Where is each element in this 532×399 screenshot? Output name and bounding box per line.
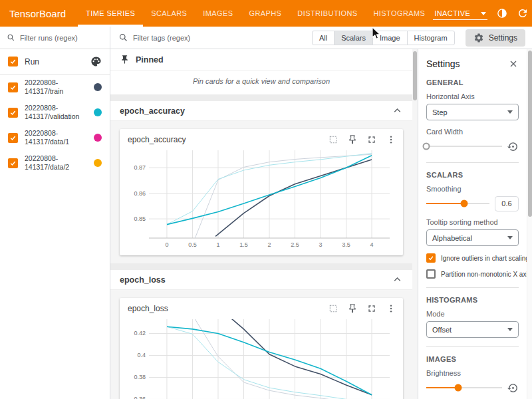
kebab-menu-icon[interactable]	[386, 303, 396, 314]
slider-thumb[interactable]	[461, 200, 468, 207]
run-row-data-1[interactable]: 20220808-141317/data/1	[0, 125, 110, 150]
tab-time-series[interactable]: TIME SERIES	[78, 0, 143, 27]
run-row-validation[interactable]: 20220808-141317/validation	[0, 100, 110, 125]
brightness-slider[interactable]	[426, 387, 502, 388]
run-checkbox[interactable]	[8, 133, 18, 143]
reset-icon[interactable]	[507, 141, 519, 152]
check-icon	[9, 109, 17, 116]
fullscreen-icon[interactable]	[366, 134, 377, 145]
refresh-icon[interactable]	[517, 7, 529, 19]
histogram-mode-select[interactable]: Offset	[426, 321, 519, 338]
filter-pill-histogram[interactable]: Histogram	[407, 31, 455, 45]
run-color-dot	[94, 134, 102, 142]
horizontal-axis-label: Horizontal Axis	[426, 92, 519, 100]
svg-text:2: 2	[267, 241, 271, 248]
filter-runs-row	[0, 27, 110, 49]
ignore-outliers-label: Ignore outliers in chart scaling	[441, 255, 527, 262]
general-section-label: GENERAL	[426, 78, 519, 86]
run-label: 20220808-141317/validation	[25, 104, 94, 121]
divider	[426, 287, 519, 288]
smoothing-label: Smoothing	[426, 185, 519, 193]
horizontal-axis-select[interactable]: Step	[426, 104, 519, 120]
run-row-train[interactable]: 20220808-141317/train	[0, 74, 110, 100]
slider-thumb[interactable]	[454, 384, 462, 392]
kebab-menu-icon[interactable]	[386, 134, 396, 145]
svg-text:0.36: 0.36	[134, 396, 146, 399]
run-checkbox[interactable]	[8, 158, 18, 168]
reload-status-dropdown[interactable]: INACTIVE	[433, 7, 487, 20]
select-all-runs-checkbox[interactable]	[8, 57, 18, 66]
pinned-hint-text: Pin cards for a quick view and compariso…	[110, 70, 412, 94]
partition-x-axis-checkbox[interactable]	[426, 269, 436, 279]
run-checkbox[interactable]	[8, 108, 18, 118]
filter-pill-image[interactable]: Image	[372, 31, 408, 45]
tab-distributions[interactable]: DISTRIBUTIONS	[289, 0, 365, 27]
epoch-accuracy-chart[interactable]: 00.511.522.533.540.850.860.87	[126, 146, 396, 251]
fit-selection-icon[interactable]	[328, 134, 338, 145]
filter-tags-input[interactable]	[133, 34, 266, 42]
chevron-up-icon[interactable]	[392, 274, 403, 285]
section-body: epoch_loss 00.511.522.533.540.360.380.40…	[110, 290, 412, 399]
settings-panel: Settings GENERAL Horizontal Axis Step Ca…	[418, 49, 527, 399]
pin-icon[interactable]	[347, 303, 358, 314]
filter-pill-all[interactable]: All	[312, 31, 334, 45]
chevron-up-icon[interactable]	[392, 105, 403, 116]
runs-header-row: Run	[0, 49, 110, 74]
settings-scrollbar-thumb[interactable]	[528, 51, 532, 217]
settings-button-label: Settings	[489, 33, 517, 43]
card-width-slider-row	[426, 139, 519, 154]
reset-icon[interactable]	[507, 382, 519, 394]
epoch-loss-chart[interactable]: 00.511.522.533.540.360.380.40.42	[126, 315, 396, 399]
close-icon[interactable]	[508, 59, 519, 69]
run-color-dot	[94, 108, 102, 116]
palette-icon[interactable]	[90, 56, 102, 67]
tag-type-filter-group: All Scalars Image Histogram	[312, 31, 455, 45]
ignore-outliers-row: Ignore outliers in chart scaling	[426, 253, 519, 263]
smoothing-value-input[interactable]	[495, 196, 519, 211]
section-epoch-loss-header[interactable]: epoch_loss	[110, 270, 412, 290]
svg-text:0.38: 0.38	[134, 374, 146, 380]
filter-runs-input[interactable]	[20, 34, 103, 42]
horizontal-axis-value: Step	[432, 108, 448, 116]
top-bar: TensorBoard TIME SERIES SCALARS IMAGES G…	[0, 0, 532, 27]
fit-selection-icon[interactable]	[328, 303, 338, 314]
svg-text:0.5: 0.5	[188, 241, 197, 248]
filter-pill-scalars[interactable]: Scalars	[334, 31, 373, 45]
card-title: epoch_accuracy	[128, 135, 186, 144]
tooltip-sorting-select[interactable]: Alphabetical	[426, 229, 519, 246]
tab-scalars[interactable]: SCALARS	[143, 0, 195, 27]
epoch-accuracy-card: epoch_accuracy 00.511.522.533.540.850.86…	[120, 129, 403, 255]
section-title: epoch_accuracy	[120, 106, 185, 116]
main-nav: TIME SERIES SCALARS IMAGES GRAPHS DISTRI…	[78, 0, 433, 27]
main-scrollbar-thumb[interactable]	[413, 51, 417, 100]
section-epoch-accuracy-header[interactable]: epoch_accuracy	[110, 101, 412, 121]
run-checkbox[interactable]	[8, 82, 18, 92]
fullscreen-icon[interactable]	[366, 303, 377, 314]
contrast-toggle-icon[interactable]	[496, 7, 508, 19]
settings-scrollbar[interactable]	[527, 49, 532, 399]
check-icon	[9, 160, 17, 167]
tab-graphs[interactable]: GRAPHS	[241, 0, 290, 27]
smoothing-slider[interactable]	[426, 203, 489, 204]
app-title: TensorBoard	[0, 0, 78, 27]
card-actions	[328, 303, 396, 314]
run-row-data-2[interactable]: 20220808-141317/data/2	[0, 150, 110, 176]
status-label: INACTIVE	[434, 9, 470, 17]
chevron-down-icon	[481, 12, 486, 15]
divider	[426, 346, 519, 347]
settings-button[interactable]: Settings	[466, 29, 525, 47]
card-width-slider[interactable]	[426, 146, 502, 147]
main-scrollbar[interactable]	[412, 49, 418, 399]
filter-tags-row	[118, 33, 312, 43]
run-color-dot	[94, 83, 102, 91]
pin-icon[interactable]	[347, 134, 358, 145]
runs-header-label: Run	[25, 57, 90, 66]
svg-text:1: 1	[216, 241, 219, 248]
slider-thumb[interactable]	[423, 143, 430, 150]
topbar-actions: INACTIVE ?	[433, 0, 532, 27]
pinned-title: Pinned	[136, 55, 164, 65]
tab-histograms[interactable]: HISTOGRAMS	[366, 0, 434, 27]
tab-images[interactable]: IMAGES	[195, 0, 241, 27]
images-section-label: IMAGES	[426, 355, 519, 363]
ignore-outliers-checkbox[interactable]	[426, 253, 436, 263]
